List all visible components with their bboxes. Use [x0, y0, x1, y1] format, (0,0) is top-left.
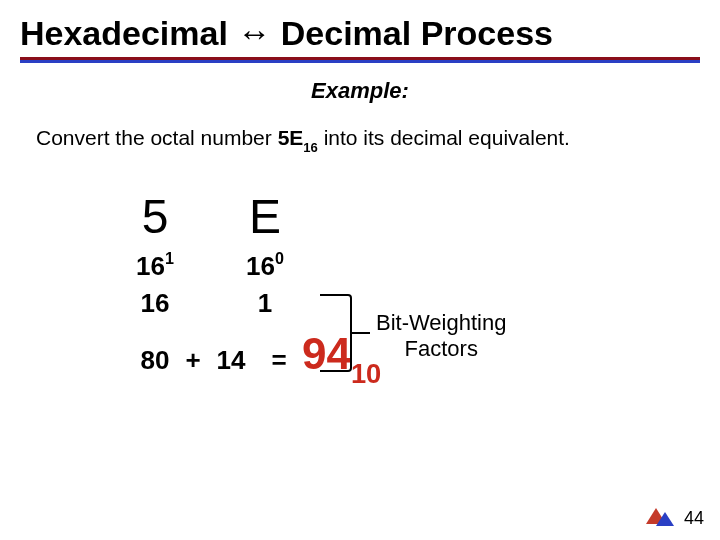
bit-label-line2: Factors [376, 336, 506, 362]
place-0-base: 16 [136, 251, 165, 281]
bracket-connector [352, 332, 370, 334]
worked-table: 5 E 161 160 16 1 [0, 189, 720, 319]
place-1-base: 16 [246, 251, 275, 281]
prompt-post: into its decimal equivalent. [318, 126, 570, 149]
page-title: Hexadecimal ↔ Decimal Process [0, 0, 720, 57]
bracket-icon [320, 294, 352, 372]
place-1: 160 [210, 250, 320, 282]
prompt-pre: Convert the octal number [36, 126, 278, 149]
logo-icon [646, 506, 676, 530]
place-0-exp: 1 [165, 249, 174, 267]
bit-weighting-label: Bit-Weighting Factors [376, 310, 506, 363]
placevalue-1: 1 [210, 288, 320, 319]
sum-row: 80 + 14 = 9410 [0, 329, 720, 386]
prompt-base: 16 [303, 140, 317, 155]
page-number: 44 [684, 508, 704, 529]
page-footer: 44 [646, 506, 704, 530]
place-row: 161 160 [100, 250, 720, 282]
result-base: 10 [351, 358, 381, 389]
digit-0: 5 [100, 189, 210, 244]
placevalue-0: 16 [100, 288, 210, 319]
prompt-number: 5E [278, 126, 304, 149]
bit-label-line1: Bit-Weighting [376, 310, 506, 336]
conversion-prompt: Convert the octal number 5E16 into its d… [0, 126, 720, 153]
sum-term-1: 14 [176, 345, 286, 376]
title-rule [20, 57, 700, 60]
example-label: Example: [0, 78, 720, 104]
place-1-exp: 0 [275, 249, 284, 267]
place-0: 161 [100, 250, 210, 282]
digit-1: E [210, 189, 320, 244]
digits-row: 5 E [100, 189, 720, 244]
